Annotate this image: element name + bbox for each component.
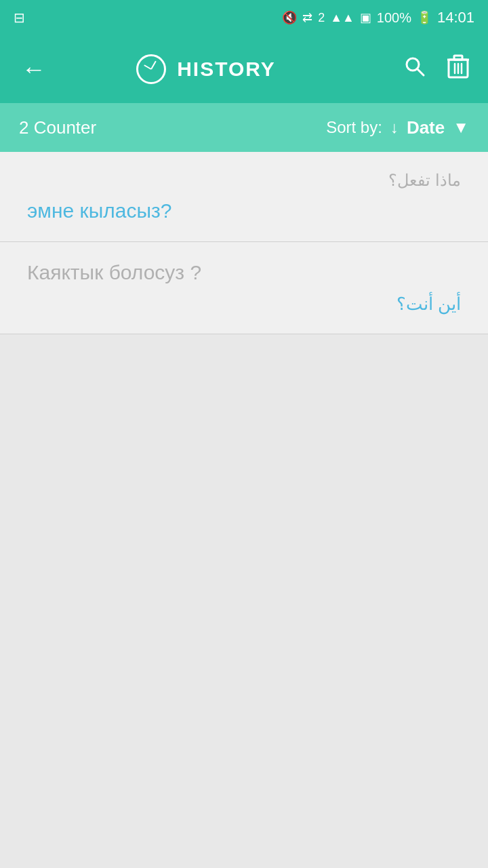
app-bar: ← HISTORY	[0, 35, 488, 103]
delete-icon[interactable]	[445, 52, 472, 87]
list-item[interactable]: ماذا تفعل؟ эмне кыласыз?	[0, 152, 488, 242]
clock-icon	[136, 54, 166, 84]
sync-icon: ⇄	[302, 10, 312, 25]
status-bar-left: ⊟	[14, 9, 25, 26]
battery-icon: 🔋	[417, 10, 432, 25]
page-title: HISTORY	[177, 58, 276, 81]
sim-icon: 2	[318, 11, 325, 25]
filter-bar: 2 Counter Sort by: ↓ Date ▼	[0, 103, 488, 152]
time-label: 14:01	[437, 9, 474, 26]
search-icon[interactable]	[401, 53, 428, 85]
sort-value-label: Date	[407, 117, 445, 138]
kyrgyz-text-2: Каяктык болосуз ?	[27, 261, 461, 284]
app-bar-title-section: HISTORY	[24, 54, 388, 84]
signal-icon: ▲▲	[330, 11, 354, 25]
kyrgyz-text-1: эмне кыласыз?	[27, 199, 461, 222]
counter-label: 2 Counter	[19, 117, 96, 138]
content-area: ماذا تفعل؟ эмне кыласыз? Каяктык болосуз…	[0, 152, 488, 334]
battery-label: 100%	[377, 10, 411, 26]
svg-rect-4	[454, 56, 462, 60]
list-item[interactable]: Каяктык болосуз ? أين أنت؟	[0, 242, 488, 334]
screen-icon: ⊟	[14, 9, 25, 26]
sort-by-label: Sort by:	[326, 118, 382, 137]
sort-section[interactable]: Sort by: ↓ Date ▼	[326, 117, 469, 138]
status-bar: ⊟ 🔇 ⇄ 2 ▲▲ ▣ 100% 🔋 14:01	[0, 0, 488, 35]
sort-direction-icon: ↓	[390, 118, 399, 137]
arabic-text-2: أين أنت؟	[27, 294, 461, 315]
clock-minute-hand	[150, 60, 157, 69]
data-signal-icon: ▣	[360, 10, 371, 25]
arabic-text-1: ماذا تفعل؟	[27, 171, 461, 190]
mute-icon: 🔇	[282, 10, 297, 25]
app-bar-actions	[401, 52, 472, 87]
sort-dropdown-icon[interactable]: ▼	[453, 118, 469, 137]
status-bar-right: 🔇 ⇄ 2 ▲▲ ▣ 100% 🔋 14:01	[282, 9, 474, 26]
svg-line-1	[418, 69, 424, 75]
